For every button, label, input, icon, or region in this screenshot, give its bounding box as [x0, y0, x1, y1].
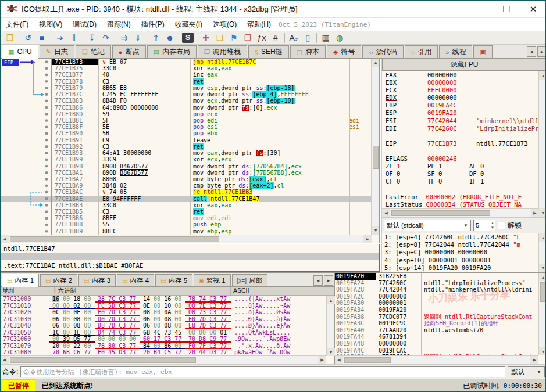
registers-hscrollbar[interactable]: ◀ ▶	[382, 208, 539, 217]
scroll-right-icon[interactable]: ▶	[531, 209, 539, 217]
tab-source[interactable]: ‹›源代码	[362, 45, 403, 58]
dump-tab-memory-3[interactable]: ▤内存 3	[78, 274, 116, 286]
tab-scroll-right-icon[interactable]: ▸	[537, 46, 546, 57]
stack-vscrollbar[interactable]: ▲ ▼	[538, 273, 546, 355]
tab-log[interactable]: ✎日志	[40, 45, 74, 58]
stop-button[interactable]: ■	[35, 31, 49, 44]
disasm-row[interactable]: 77CE1B7740inc eax	[1, 71, 372, 78]
dump-row[interactable]: 77C3103006 00 08 00D0 7D C3 7706 00 08 0…	[1, 316, 334, 323]
dump-tab-memory-4[interactable]: ▤内存 4	[117, 274, 154, 286]
stack-row[interactable]: 0019FA2477C4260Cntdll."LdrpInitializePro…	[335, 280, 546, 287]
register-row-edi[interactable]: EDI77C4260C"LdrpInitializePro	[382, 125, 539, 132]
dump-tab-watch-1[interactable]: ◉监视 1	[194, 274, 230, 286]
stack-row[interactable]: 0019FA4077CAAD20ntdll.wcstombs+70	[335, 327, 546, 334]
scroll-up-icon[interactable]: ▲	[539, 273, 546, 281]
tab-memory-map[interactable]: ▤内存布局	[147, 45, 197, 58]
scroll-left-icon[interactable]: ◀	[1, 235, 9, 243]
register-list[interactable]: EAX00000000EBX00000000ECXFFEC0000EDX0000…	[382, 71, 539, 208]
disasm-row[interactable]: 77CE1B838B4D F0mov ecx,dword ptr ss:[ebp…	[1, 98, 372, 104]
disasm-row[interactable]: 77CE1BB333C0xor eax,eax	[1, 202, 372, 208]
disasm-row[interactable]: 77CE1BB98BECmov ebp,esp	[1, 228, 372, 235]
last-status-row[interactable]: LastStatus C0000034 (STATUS_OBJECT_NA	[382, 201, 539, 208]
stepper-arrows-icon[interactable]: ▲▼	[491, 221, 494, 230]
globe-button[interactable]: ◍	[333, 31, 347, 44]
disasm-row[interactable]: 77CE1BB5C3ret	[1, 208, 372, 215]
dump-tab-memory-2[interactable]: ▤内存 2	[40, 274, 77, 286]
dump-row[interactable]: 77C3106000 39 D5 7700 00 00 0060 17 C3 7…	[1, 336, 334, 343]
menu-p[interactable]: 插件(P)	[136, 19, 170, 31]
menu-i[interactable]: 收藏夹(I)	[170, 19, 208, 31]
patches-button[interactable]: ✚	[199, 31, 213, 44]
argument-row[interactable]: 1: [esp+4] 77C4260C ntdll.77C4260C "L	[382, 233, 539, 241]
disasm-row[interactable]: 77CE1BB68BFFmov edi,edi	[1, 215, 372, 221]
dump-row[interactable]: 77C3108070 6B C6 77E0 45 D3 7720 B4 C5 7…	[1, 349, 334, 356]
scroll-left-icon[interactable]: ◀	[382, 209, 390, 217]
comments-button[interactable]: ❏	[213, 31, 227, 44]
tab-call-stack[interactable]: ❐调用堆栈	[198, 45, 247, 58]
dump-row[interactable]: 77C3107020 00 22 0078 80 C3 7784 00 86 0…	[1, 343, 334, 350]
disasm-row[interactable]: 77CE1B8E5Fpop ediedi	[1, 117, 372, 124]
stack-row[interactable]: 0019FA2877C42044ntdll."minkernel\\ntdll\…	[335, 286, 546, 293]
disasm-row[interactable]: 77CE1B8F5Epop esiesi	[1, 124, 372, 130]
scroll-right-icon[interactable]: ▶	[318, 356, 326, 364]
disasm-hscrollbar[interactable]: ◀ ▶	[1, 235, 372, 243]
command-profile-select[interactable]: 默认 ▼	[508, 366, 545, 377]
disasm-row[interactable]: 77CE1B9B890D B467D577mov dword ptr ds:[7…	[1, 163, 372, 170]
menu-f[interactable]: 文件(F)	[1, 19, 34, 31]
menu-n[interactable]: 跟踪(N)	[102, 19, 136, 31]
scroll-left-icon[interactable]: ◀	[1, 356, 9, 364]
argument-row[interactable]: 5: [esp+14] 0019FA20 0019FA20	[382, 264, 539, 272]
stack-row[interactable]: 0019FA2031B225F8	[335, 273, 546, 280]
tab-scroll-left-icon[interactable]: ◂	[527, 46, 536, 57]
step-down-button[interactable]: ⇓	[131, 31, 145, 44]
stack-row[interactable]: 0019FA4C0019FCAC	[335, 347, 546, 354]
disasm-row[interactable]: 77CE1BA93848 02cmp byte ptr ds:[eax+2],c…	[1, 182, 372, 189]
disassembly-rows[interactable]: 77CE1B73∨ EB 07jmp ntdll.77CE1B7C77CE1B7…	[1, 59, 372, 235]
tab-threads[interactable]: »线程	[439, 45, 472, 58]
dump-hscrollbar[interactable]: ◀ ▶	[1, 355, 326, 364]
tab-handles[interactable]: ▣	[473, 45, 492, 58]
disasm-row[interactable]: 77CE1BA1890D B867D577mov dword ptr ds:[7…	[1, 170, 372, 176]
attach-button[interactable]: ▯	[301, 31, 315, 44]
register-row-eax[interactable]: EAX00000000	[382, 71, 539, 79]
stack-hscrollbar[interactable]: ◀ ▶	[335, 355, 538, 364]
stack-row[interactable]: 0019FA4800000000	[335, 340, 546, 347]
disasm-row[interactable]: 77CE1B7CC745 FC FEFFFFFFmov dword ptr ss…	[1, 91, 372, 98]
step-into-button[interactable]: ↧	[85, 31, 99, 44]
bookmarks-button[interactable]: ❐	[241, 31, 255, 44]
scroll-right-icon[interactable]: ▶	[363, 235, 372, 243]
register-row-esi[interactable]: ESI77C42044"minkernel\\ntdll\\	[382, 117, 539, 125]
hide-fpu-button[interactable]: 隐藏FPU	[382, 59, 546, 71]
dump-tab-memory-1[interactable]: ▤内存 1	[2, 274, 39, 287]
hash-button[interactable]: #	[269, 31, 283, 44]
disasm-row[interactable]: 77CE1B78C3ret	[1, 78, 372, 85]
tab-symbols[interactable]: ◈符号	[327, 45, 361, 58]
stack-row[interactable]: 0019FA4446781394	[335, 333, 546, 340]
disasm-row[interactable]: 77CE1BAEE8 94FFFFFFcall ntdll.77CE1B47	[1, 196, 372, 202]
argument-row[interactable]: 2: [esp+8] 77C42044 ntdll.77C42044 "m	[382, 241, 539, 249]
stack-row[interactable]: 0019FA2C00000000	[335, 293, 546, 300]
minimize-button[interactable]: —	[466, 1, 493, 17]
calling-convention-select[interactable]: 默认 (stdcall) ▼	[384, 220, 471, 231]
dump-rows[interactable]: 77C3100016 00 18 0028 7C C3 7714 00 16 0…	[1, 296, 334, 355]
dump-tab-memory-5[interactable]: ▤内存 5	[155, 274, 192, 286]
disasm-row[interactable]: 77CE1B91C9leave	[1, 137, 372, 143]
register-row-ebp[interactable]: EBP0019FA4C	[382, 102, 539, 109]
register-row-eip[interactable]: EIP77CE1B73ntdll.77CE1B73	[382, 140, 539, 148]
tab-references[interactable]: ◌引用	[405, 45, 438, 58]
dump-row[interactable]: 77C310501C 00 1E 00D4 74 C3 776B 4C 73 4…	[1, 329, 334, 336]
run-to-selection-button[interactable]: ⇉	[117, 31, 131, 44]
dump-row[interactable]: 77C3104006 00 08 00D8 7D C3 7706 00 08 0…	[1, 322, 334, 329]
scroll-up-icon[interactable]: ▲	[327, 296, 335, 304]
scroll-down-icon[interactable]: ▼	[539, 208, 546, 217]
close-button[interactable]: ✕	[520, 1, 546, 17]
stack-rows[interactable]: 0019FA2031B225F80019FA2477C4260Cntdll."L…	[335, 273, 546, 355]
scroll-right-icon[interactable]: ▶	[530, 356, 538, 364]
tab-seh[interactable]: §SEH链	[248, 45, 289, 58]
disasm-row[interactable]: 77CE1BB855push ebp	[1, 221, 372, 228]
stack-row[interactable]: 0019FA3877CDC077返回到 ntdll.RtlCaptureStac…	[335, 314, 546, 321]
disasm-row[interactable]: 77CE1B9933C9xor ecx,ecx	[1, 156, 372, 163]
menu-o[interactable]: 选项(O)	[208, 19, 242, 31]
step-out-button[interactable]: ⇑	[149, 31, 163, 44]
pause-button[interactable]: ‖	[67, 31, 81, 44]
